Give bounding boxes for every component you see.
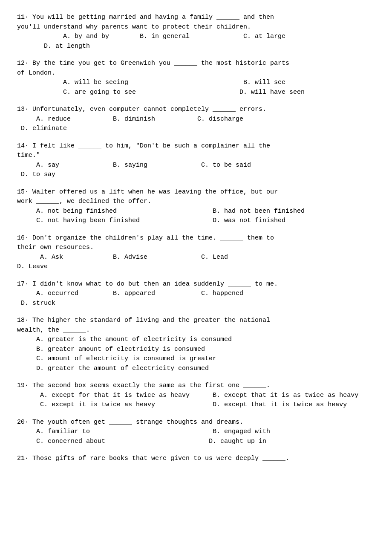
question-text-18: 18· The higher the standard of living an… — [17, 316, 375, 373]
question-text-12: 12· By the time you get to Greenwich you… — [17, 59, 375, 97]
question-text-13: 13· Unfortunately, even computer cannot … — [17, 105, 375, 134]
question-text-16: 16· Don't organize the children's play a… — [17, 234, 375, 272]
question-text-17: 17· I didn't know what to do but then an… — [17, 280, 375, 309]
question-block-12: 12· By the time you get to Greenwich you… — [17, 59, 375, 97]
question-text-21: 21· Those gifts of rare books that were … — [17, 454, 375, 464]
question-block-17: 17· I didn't know what to do but then an… — [17, 280, 375, 309]
question-block-16: 16· Don't organize the children's play a… — [17, 234, 375, 272]
question-text-14: 14· I felt like ______ to him, "Don't be… — [17, 142, 375, 180]
question-text-20: 20· The youth often get ______ strange t… — [17, 418, 375, 447]
question-block-18: 18· The higher the standard of living an… — [17, 316, 375, 373]
question-block-21: 21· Those gifts of rare books that were … — [17, 454, 375, 464]
question-text-11: 11· You will be getting married and havi… — [17, 13, 375, 51]
question-block-20: 20· The youth often get ______ strange t… — [17, 418, 375, 447]
question-block-15: 15· Walter offered us a lift when he was… — [17, 188, 375, 226]
question-block-14: 14· I felt like ______ to him, "Don't be… — [17, 142, 375, 180]
question-text-19: 19· The second box seems exactly the sam… — [17, 381, 375, 410]
question-block-13: 13· Unfortunately, even computer cannot … — [17, 105, 375, 134]
question-text-15: 15· Walter offered us a lift when he was… — [17, 188, 375, 226]
question-block-11: 11· You will be getting married and havi… — [17, 13, 375, 51]
question-block-19: 19· The second box seems exactly the sam… — [17, 381, 375, 410]
